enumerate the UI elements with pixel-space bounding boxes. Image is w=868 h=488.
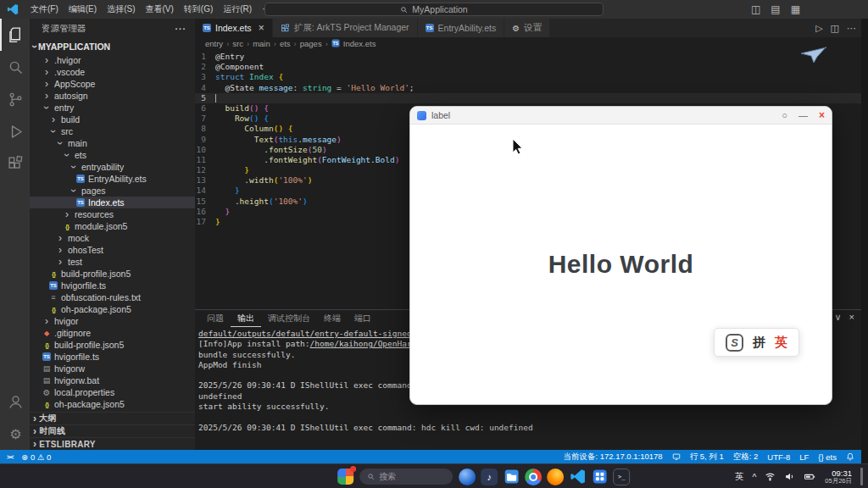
tree-item[interactable]: {}build-profile.json5 [30, 268, 195, 280]
tree-item[interactable]: TSEntryAbility.ets [30, 173, 195, 185]
tab-close-icon[interactable]: × [259, 22, 264, 34]
volume-icon[interactable] [784, 471, 795, 482]
breadcrumb-item[interactable]: main [253, 39, 270, 48]
panel-tab-0[interactable]: 问题 [200, 310, 231, 327]
window-close-button[interactable]: × [819, 109, 825, 121]
taskbar-search[interactable]: 搜索 [359, 469, 453, 485]
show-desktop-button[interactable] [860, 468, 863, 485]
tree-item[interactable]: ›ohosTest [30, 244, 195, 256]
app-store-icon[interactable] [591, 469, 608, 485]
editor-tab-0[interactable]: TSIndex.ets× [195, 19, 273, 37]
tree-item[interactable]: {}module.json5 [30, 220, 195, 232]
tree-item[interactable]: ▤hvigorw [30, 363, 195, 374]
tray-expand-icon[interactable]: ^ [752, 472, 756, 482]
source-control-icon[interactable] [0, 83, 30, 115]
toggle-panel-icon[interactable]: ▤ [771, 3, 780, 15]
launcher-icon[interactable] [337, 469, 353, 485]
tree-item[interactable]: TShvigorfile.ts [30, 280, 195, 291]
breadcrumb-item[interactable]: entry [205, 39, 223, 48]
sidebar-section-1[interactable]: ›时间线 [30, 424, 195, 437]
status-indentation[interactable]: 空格: 2 [733, 452, 759, 463]
sidebar-section-0[interactable]: ›大纲 [30, 412, 195, 424]
sidebar-more-actions-icon[interactable]: ··· [175, 24, 187, 34]
toggle-primary-sidebar-icon[interactable]: ◫ [751, 3, 760, 15]
tree-item[interactable]: ›test [30, 256, 195, 268]
project-section-header[interactable]: › MYAPPLICATION [30, 39, 195, 54]
tree-item[interactable]: ›.hvigor [30, 54, 195, 66]
tree-item[interactable]: {}oh-package.json5 [30, 303, 195, 315]
menu-item-4[interactable]: 转到(G) [179, 0, 218, 19]
tree-item[interactable]: ◆.gitignore [30, 327, 195, 339]
battery-icon[interactable] [804, 471, 816, 482]
window-titlebar[interactable]: label ○—× [410, 107, 832, 125]
menu-item-5[interactable]: 运行(R) [218, 0, 257, 19]
tree-item[interactable]: TShvigorfile.ts [30, 351, 195, 363]
panel-collapse-icon[interactable]: ∨ [835, 312, 842, 323]
music-icon[interactable]: ♪ [481, 469, 498, 485]
vscode-icon[interactable] [569, 469, 586, 485]
tree-item[interactable]: ›pages [30, 185, 195, 197]
tree-item[interactable]: ≡obfuscation-rules.txt [30, 291, 195, 303]
panel-tab-3[interactable]: 终端 [317, 310, 348, 327]
status-device[interactable]: 当前设备: 172.17.0.1:10178 [563, 452, 662, 463]
chrome-icon[interactable] [525, 469, 542, 485]
panel-tab-1[interactable]: 输出 [231, 310, 261, 327]
tree-item[interactable]: TSIndex.ets [30, 197, 195, 208]
menu-item-2[interactable]: 选择(S) [102, 0, 140, 19]
panel-tab-2[interactable]: 调试控制台 [261, 310, 317, 327]
extensions-icon[interactable] [0, 147, 30, 180]
tree-item[interactable]: ›mock [30, 232, 195, 244]
tree-item[interactable]: {}oh-package.json5 [30, 398, 195, 410]
paper-plane-icon[interactable] [798, 45, 827, 67]
network-icon[interactable] [765, 471, 776, 482]
editor-more-actions-icon[interactable]: ⋯ [847, 23, 856, 34]
terminal-icon[interactable]: >_ [613, 469, 630, 485]
tree-item[interactable]: ›autosign [30, 90, 195, 102]
panel-tab-4[interactable]: 端口 [348, 310, 378, 327]
editor-tab-2[interactable]: TSEntryAbility.ets [418, 19, 505, 37]
customize-layout-icon[interactable]: ▦ [791, 3, 800, 15]
taskbar-clock[interactable]: 09:31 05月26日 [825, 469, 852, 485]
menu-item-0[interactable]: 文件(F) [25, 0, 64, 19]
menu-item-1[interactable]: 编辑(E) [64, 0, 102, 19]
status-encoding[interactable]: UTF-8 [767, 452, 790, 462]
tree-item[interactable]: ›entry [30, 102, 195, 114]
tree-item[interactable]: {}build-profile.json5 [30, 339, 195, 351]
notifications-bell-icon[interactable] [846, 452, 854, 461]
file-manager-icon[interactable] [503, 469, 520, 485]
tree-item[interactable]: ›resources [30, 208, 195, 220]
window-extra-button[interactable]: ○ [782, 110, 787, 120]
window-minimize-button[interactable]: — [798, 110, 808, 120]
breadcrumb-item[interactable]: ets [280, 39, 291, 48]
tree-item[interactable]: ›build [30, 114, 195, 125]
tree-item[interactable]: ›.vscode [30, 66, 195, 78]
breadcrumb-item[interactable]: pages [300, 39, 322, 48]
search-icon[interactable] [0, 51, 30, 83]
split-editor-icon[interactable]: ◫ [831, 23, 839, 34]
command-center-search[interactable]: MyApplication [264, 3, 604, 16]
tree-item[interactable]: ⚙local.properties [30, 386, 195, 398]
firefox-icon[interactable] [547, 469, 564, 485]
status-problems[interactable]: ⊗ 0 ⚠ 0 [21, 452, 51, 462]
panel-close-icon[interactable]: × [849, 312, 854, 323]
tree-item[interactable]: ›ets [30, 149, 195, 161]
run-debug-icon[interactable] [0, 115, 30, 147]
account-icon[interactable] [0, 385, 30, 418]
settings-gear-icon[interactable]: ⚙ [0, 418, 30, 450]
run-file-icon[interactable]: ▷ [815, 23, 822, 34]
editor-tab-1[interactable]: 扩展: ArkTS Project Manager [273, 19, 418, 37]
breadcrumb-item[interactable]: src [232, 39, 243, 48]
sidebar-section-2[interactable]: ›ETSLIBRARY [30, 437, 195, 450]
screencast-icon[interactable] [672, 452, 681, 461]
remote-indicator[interactable]: >< [7, 453, 13, 461]
status-cursor-position[interactable]: 行 5, 列 1 [690, 452, 724, 463]
tree-item[interactable]: ›main [30, 137, 195, 149]
ime-tray-indicator[interactable]: 英 [735, 471, 744, 483]
menu-item-3[interactable]: 查看(V) [140, 0, 178, 19]
tree-item[interactable]: ›AppScope [30, 78, 195, 90]
browser-icon[interactable] [459, 469, 476, 485]
explorer-icon[interactable] [0, 19, 30, 51]
tree-item[interactable]: ›hvigor [30, 315, 195, 327]
ime-status-panel[interactable]: S 拼 英 [714, 328, 799, 357]
editor-tab-3[interactable]: ⚙设置 [504, 19, 550, 37]
